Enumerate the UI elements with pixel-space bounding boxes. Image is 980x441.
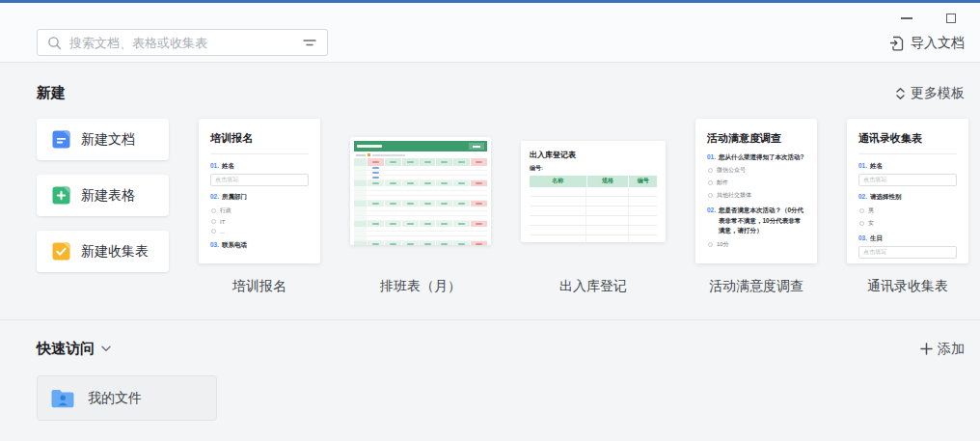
sheet-cell	[368, 166, 384, 170]
sheet-cell	[385, 241, 401, 245]
radio-option-label: 女	[868, 219, 874, 228]
sheet-cell	[420, 196, 436, 200]
sheet-cell	[471, 236, 487, 240]
template-fields: 01.姓名点击填写02.请选择性别男女03.生日点击填写	[858, 161, 957, 259]
sheet-cell	[453, 171, 470, 175]
cell-content-bar	[407, 243, 414, 245]
cell-content-bar	[476, 243, 482, 245]
maximize-button[interactable]	[943, 11, 959, 26]
template-card-title: 出入库登记表	[530, 150, 657, 160]
field-label-row: 03.联系电话	[210, 240, 309, 250]
field-number: 02.	[210, 192, 222, 202]
template-item[interactable]: 排班表（月）	[350, 119, 491, 295]
new-form-button[interactable]: 新建收集表	[37, 231, 169, 272]
template-card-area	[350, 119, 491, 263]
radio-option-label: 其他社交媒体	[717, 191, 751, 200]
sheet-cell	[420, 166, 436, 170]
template-card-title: 通讯录收集表	[858, 131, 957, 146]
chevron-down-icon	[101, 345, 111, 352]
search-icon	[47, 36, 62, 50]
sheet-cell	[453, 166, 470, 170]
sheet-cell	[402, 158, 419, 166]
template-card-title: 活动满意度调查	[707, 131, 805, 146]
import-icon	[889, 36, 905, 51]
sheet-cell	[453, 158, 470, 166]
filter-icon[interactable]	[302, 37, 317, 48]
sheet-cell	[471, 186, 487, 190]
divider	[210, 153, 309, 154]
sheet-cell	[385, 196, 401, 200]
table-cell	[586, 226, 629, 234]
add-button[interactable]: 添加	[920, 341, 965, 358]
field-input: 点击填写	[858, 246, 957, 259]
sheet-label-cell	[354, 211, 367, 215]
search-input[interactable]	[69, 36, 294, 50]
search-box[interactable]	[37, 29, 328, 56]
radio-option: ...	[211, 229, 309, 234]
new-form-label: 新建收集表	[81, 243, 149, 261]
field-label: 您从什么渠道得知了本次活动?	[719, 152, 805, 162]
new-document-label: 新建文档	[81, 131, 135, 149]
radio-option-label: 10分	[717, 240, 729, 249]
field-label-row: 03.生日	[858, 234, 957, 243]
sheet-cell	[368, 216, 384, 220]
template-item[interactable]: 活动满意度调查01.您从什么渠道得知了本次活动?微信公众号邮件其他社交媒体02.…	[695, 119, 817, 295]
field-label: 姓名	[870, 161, 957, 171]
sheet-cell	[471, 232, 487, 235]
cell-content-bar	[441, 182, 448, 184]
sheet-cell	[453, 216, 470, 220]
sheet-cell	[385, 171, 401, 175]
import-document-button[interactable]: 导入文档	[889, 35, 965, 52]
form-field: 02.您是否满意本次活动？（0分代表非常不满意，10分代表非常满意，请打分）10…	[707, 206, 805, 248]
sheet-cell	[368, 176, 384, 179]
sheet-cell	[420, 171, 436, 175]
sheet-cell	[436, 241, 452, 245]
form-field: 03.联系电话	[210, 240, 309, 250]
sheet-cell	[385, 216, 401, 220]
sheet-cell	[436, 236, 452, 240]
my-files-item[interactable]: 我的文件	[37, 375, 217, 421]
sheet-label-cell	[354, 241, 367, 245]
form-field: 01.姓名点击填写	[210, 161, 309, 186]
sheet-cell	[402, 171, 419, 175]
sheet-subheader	[354, 152, 487, 158]
table-header-cell: 规格	[587, 176, 629, 187]
sheet-cell	[453, 236, 470, 240]
up-down-chevrons-icon	[895, 87, 906, 100]
quick-access-title: 快速访问	[37, 340, 95, 358]
radio-option-label: 行政	[220, 207, 231, 215]
template-item[interactable]: 培训报名01.姓名点击填写02.所属部门行政IT...03.联系电话培训报名	[199, 119, 320, 295]
cell-content-bar	[441, 243, 448, 245]
sheet-cell	[471, 211, 487, 215]
new-document-button[interactable]: 新建文档	[37, 119, 169, 160]
form-field: 01.您从什么渠道得知了本次活动?微信公众号邮件其他社交媒体	[707, 152, 805, 200]
cell-content-bar	[407, 203, 414, 205]
sheet-cell	[368, 158, 384, 166]
table-header-cell: 名称	[530, 176, 586, 187]
sheet-cell	[436, 216, 452, 220]
sheet-cell	[471, 171, 487, 175]
sheet-label-cell	[354, 236, 367, 240]
quick-access-toggle[interactable]: 快速访问	[37, 340, 111, 358]
more-templates-button[interactable]: 更多模板	[895, 85, 965, 102]
minimize-button[interactable]	[899, 11, 914, 26]
cell-content-bar	[441, 161, 448, 163]
template-card-area: 培训报名01.姓名点击填写02.所属部门行政IT...03.联系电话	[199, 119, 320, 263]
template-item[interactable]: 通讯录收集表01.姓名点击填写02.请选择性别男女03.生日点击填写通讯录收集表	[847, 119, 968, 295]
sheet-cell	[368, 236, 384, 240]
sheet-cell	[471, 207, 487, 210]
radio-icon	[211, 229, 216, 234]
new-sheet-button[interactable]: 新建表格	[37, 175, 169, 216]
sheet-cell	[471, 166, 487, 170]
form-field: 03.生日点击填写	[858, 234, 957, 259]
cell-content-bar	[476, 223, 482, 225]
template-item[interactable]: 出入库登记表编号:名称规格编号出入库登记	[521, 119, 666, 295]
table-cell	[530, 216, 586, 225]
template-fields: 01.您从什么渠道得知了本次活动?微信公众号邮件其他社交媒体02.您是否满意本次…	[707, 152, 805, 249]
sheet-cell	[385, 211, 401, 215]
window-controls	[899, 11, 959, 26]
sheet-cell	[368, 227, 384, 231]
field-number: 01.	[210, 161, 222, 171]
field-input: 点击填写	[858, 174, 957, 186]
table-empty-row	[530, 187, 657, 197]
